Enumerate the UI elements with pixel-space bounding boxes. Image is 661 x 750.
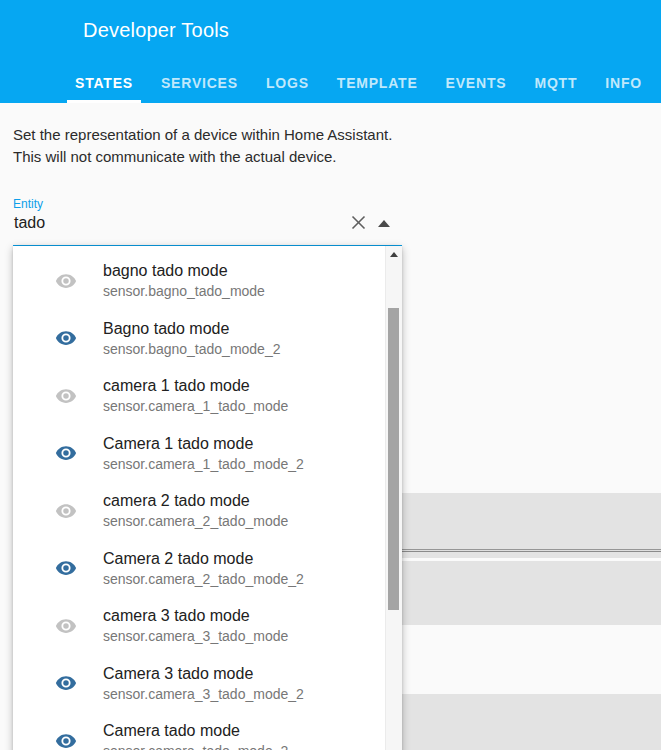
entity-option-id: sensor.camera_tado_mode_2: [103, 743, 288, 750]
entity-option-id: sensor.camera_3_tado_mode: [103, 628, 288, 645]
eye-icon: [55, 730, 77, 750]
tab-template[interactable]: TEMPLATE: [329, 65, 426, 103]
entity-option-id: sensor.camera_3_tado_mode_2: [103, 686, 304, 703]
entity-option-text: Camera 1 tado mode sensor.camera_1_tado_…: [103, 434, 304, 473]
background-table-row: [400, 553, 661, 558]
entity-dropdown: bagno tado mode sensor.bagno_tado_mode B…: [13, 246, 402, 750]
entity-option-id: sensor.bagno_tado_mode_2: [103, 341, 280, 358]
entity-option-name: Bagno tado mode: [103, 319, 280, 339]
intro-text: Set the representation of a device withi…: [13, 124, 392, 168]
developer-tools-screen: Developer Tools STATES SERVICES LOGS TEM…: [0, 0, 661, 750]
entity-option-name: camera 2 tado mode: [103, 491, 288, 511]
scrollbar-thumb[interactable]: [388, 308, 399, 610]
entity-input[interactable]: tado: [13, 213, 402, 233]
entity-option[interactable]: camera 3 tado mode sensor.camera_3_tado_…: [13, 597, 384, 655]
tab-services[interactable]: SERVICES: [153, 65, 246, 103]
entity-option[interactable]: bagno tado mode sensor.bagno_tado_mode: [13, 252, 384, 310]
scrollbar-up-icon[interactable]: [386, 246, 402, 262]
entity-option-name: Camera 3 tado mode: [103, 664, 304, 684]
entity-field: Entity tado: [13, 197, 402, 247]
entity-option[interactable]: Camera 1 tado mode sensor.camera_1_tado_…: [13, 425, 384, 483]
eye-icon: [55, 672, 77, 694]
dropdown-scrollbar[interactable]: [385, 246, 402, 750]
entity-option-id: sensor.camera_2_tado_mode_2: [103, 571, 304, 588]
entity-option-id: sensor.bagno_tado_mode: [103, 283, 265, 300]
entity-option[interactable]: Camera 3 tado mode sensor.camera_3_tado_…: [13, 655, 384, 713]
eye-icon: [55, 270, 77, 292]
tab-states[interactable]: STATES: [67, 65, 141, 103]
entity-option-id: sensor.camera_1_tado_mode: [103, 398, 288, 415]
entity-option-name: camera 3 tado mode: [103, 606, 288, 626]
entity-label: Entity: [13, 197, 402, 211]
entity-option-id: sensor.camera_2_tado_mode: [103, 513, 288, 530]
eye-icon: [55, 442, 77, 464]
background-table-row: [400, 561, 661, 625]
clear-icon[interactable]: [349, 213, 368, 232]
entity-option-text: camera 3 tado mode sensor.camera_3_tado_…: [103, 606, 288, 645]
entity-option[interactable]: camera 1 tado mode sensor.camera_1_tado_…: [13, 367, 384, 425]
entity-input-value[interactable]: tado: [14, 213, 45, 233]
entity-option-name: Camera tado mode: [103, 721, 288, 741]
entity-option-text: Camera tado mode sensor.camera_tado_mode…: [103, 721, 288, 750]
caret-up-icon[interactable]: [378, 220, 390, 227]
entity-option-text: Bagno tado mode sensor.bagno_tado_mode_2: [103, 319, 280, 358]
entity-option[interactable]: Bagno tado mode sensor.bagno_tado_mode_2: [13, 310, 384, 368]
tab-bar: STATES SERVICES LOGS TEMPLATE EVENTS MQT…: [61, 65, 656, 103]
entity-option-text: bagno tado mode sensor.bagno_tado_mode: [103, 261, 265, 300]
eye-icon: [55, 385, 77, 407]
entity-option-text: camera 2 tado mode sensor.camera_2_tado_…: [103, 491, 288, 530]
background-table-row: [400, 694, 661, 750]
eye-icon: [55, 327, 77, 349]
tab-mqtt[interactable]: MQTT: [526, 65, 585, 103]
eye-icon: [55, 500, 77, 522]
tab-info[interactable]: INFO: [597, 65, 650, 103]
intro-line-1: Set the representation of a device withi…: [13, 124, 392, 146]
intro-line-2: This will not communicate with the actua…: [13, 146, 392, 168]
entity-option-name: Camera 1 tado mode: [103, 434, 304, 454]
entity-option-list: bagno tado mode sensor.bagno_tado_mode B…: [13, 246, 384, 750]
tab-logs[interactable]: LOGS: [258, 65, 317, 103]
tab-events[interactable]: EVENTS: [438, 65, 515, 103]
entity-option-id: sensor.camera_1_tado_mode_2: [103, 456, 304, 473]
entity-option-name: bagno tado mode: [103, 261, 265, 281]
background-table-row: [400, 493, 661, 549]
entity-option[interactable]: Camera 2 tado mode sensor.camera_2_tado_…: [13, 540, 384, 598]
entity-option-text: Camera 3 tado mode sensor.camera_3_tado_…: [103, 664, 304, 703]
entity-option-text: camera 1 tado mode sensor.camera_1_tado_…: [103, 376, 288, 415]
page-title: Developer Tools: [83, 17, 229, 43]
eye-icon: [55, 557, 77, 579]
entity-option-name: Camera 2 tado mode: [103, 549, 304, 569]
eye-icon: [55, 615, 77, 637]
entity-option[interactable]: camera 2 tado mode sensor.camera_2_tado_…: [13, 482, 384, 540]
entity-option[interactable]: Camera tado mode sensor.camera_tado_mode…: [13, 712, 384, 750]
entity-option-name: camera 1 tado mode: [103, 376, 288, 396]
entity-option-text: Camera 2 tado mode sensor.camera_2_tado_…: [103, 549, 304, 588]
app-header: Developer Tools STATES SERVICES LOGS TEM…: [0, 0, 661, 103]
